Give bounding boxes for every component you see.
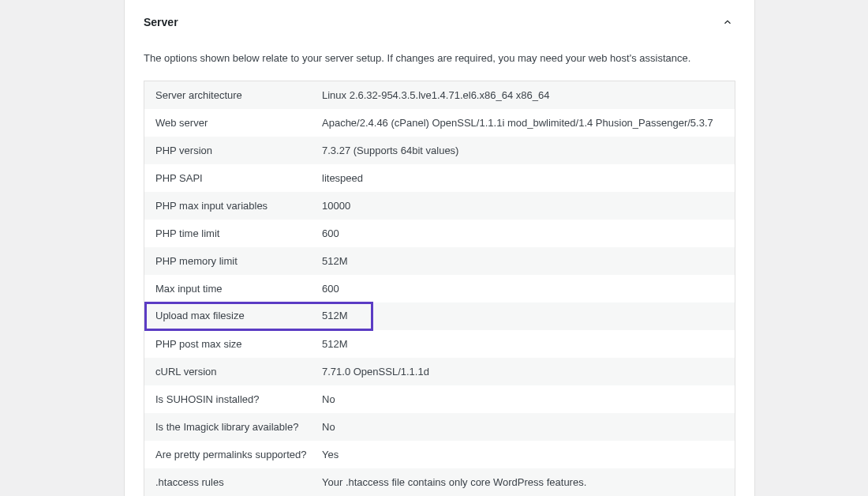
row-value: 7.71.0 OpenSSL/1.1.1d xyxy=(322,358,735,385)
row-label: Are pretty permalinks supported? xyxy=(144,441,322,468)
row-label: Max input time xyxy=(144,275,322,302)
table-row: PHP SAPIlitespeed xyxy=(144,164,735,192)
table-row: .htaccess rulesYour .htaccess file conta… xyxy=(144,468,735,496)
row-value: Your .htaccess file contains only core W… xyxy=(322,468,735,496)
row-label: Web server xyxy=(144,109,322,137)
row-value: No xyxy=(322,385,735,413)
server-info-table: Server architectureLinux 2.6.32-954.3.5.… xyxy=(144,81,735,497)
row-label: PHP time limit xyxy=(144,220,322,247)
server-panel: Server The options shown below relate to… xyxy=(124,0,755,496)
highlight-box: Upload max filesize512M xyxy=(144,302,373,331)
row-value: 512M xyxy=(322,247,735,275)
row-label: PHP memory limit xyxy=(144,247,322,275)
row-value: 600 xyxy=(322,275,735,302)
row-value: 512M xyxy=(322,304,357,327)
row-label: cURL version xyxy=(144,358,322,385)
table-row: Max input time600 xyxy=(144,275,735,302)
row-label: PHP SAPI xyxy=(144,164,322,192)
row-value: litespeed xyxy=(322,164,735,192)
table-row: Web serverApache/2.4.46 (cPanel) OpenSSL… xyxy=(144,109,735,137)
panel-description: The options shown below relate to your s… xyxy=(144,39,735,81)
row-label: PHP post max size xyxy=(144,330,322,358)
table-row: Are pretty permalinks supported?Yes xyxy=(144,441,735,468)
row-value: Apache/2.4.46 (cPanel) OpenSSL/1.1.1i mo… xyxy=(322,109,735,137)
table-row: PHP post max size512M xyxy=(144,330,735,358)
row-value: 10000 xyxy=(322,192,735,220)
row-label: .htaccess rules xyxy=(144,468,322,496)
panel-title: Server xyxy=(144,16,178,28)
table-row: Is SUHOSIN installed?No xyxy=(144,385,735,413)
row-value: No xyxy=(322,413,735,441)
panel-header[interactable]: Server xyxy=(144,0,735,39)
chevron-up-icon[interactable] xyxy=(720,14,735,30)
row-label: Upload max filesize xyxy=(147,304,322,327)
table-row: Is the Imagick library available?No xyxy=(144,413,735,441)
table-row: PHP memory limit512M xyxy=(144,247,735,275)
row-value: Linux 2.6.32-954.3.5.lve1.4.71.el6.x86_6… xyxy=(322,81,735,109)
row-value: Yes xyxy=(322,441,735,468)
table-row: PHP version7.3.27 (Supports 64bit values… xyxy=(144,137,735,164)
row-value: 7.3.27 (Supports 64bit values) xyxy=(322,137,735,164)
row-value: 512M xyxy=(322,330,735,358)
row-label: Server architecture xyxy=(144,81,322,109)
row-label: PHP version xyxy=(144,137,322,164)
row-label: PHP max input variables xyxy=(144,192,322,220)
table-row: Upload max filesize512M xyxy=(144,302,735,330)
row-label: Is the Imagick library available? xyxy=(144,413,322,441)
table-row: cURL version7.71.0 OpenSSL/1.1.1d xyxy=(144,358,735,385)
table-row: PHP time limit600 xyxy=(144,220,735,247)
table-row: Server architectureLinux 2.6.32-954.3.5.… xyxy=(144,81,735,109)
row-label: Is SUHOSIN installed? xyxy=(144,385,322,413)
row-value: 600 xyxy=(322,220,735,247)
table-row: PHP max input variables10000 xyxy=(144,192,735,220)
